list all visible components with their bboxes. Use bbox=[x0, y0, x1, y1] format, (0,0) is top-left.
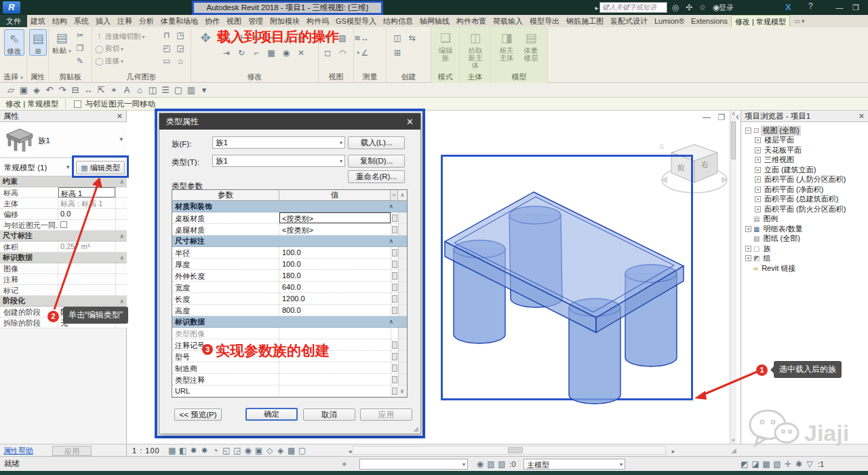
tree-item[interactable]: +▦明细表/数量 bbox=[741, 224, 868, 234]
sign-in-label[interactable]: 登录 bbox=[719, 3, 734, 13]
tree-item-label[interactable]: 面积平面 (防火分区面积) bbox=[763, 204, 847, 214]
expand-icon[interactable]: + bbox=[755, 187, 761, 193]
pick-new-host-button[interactable]: ◫ 拾取新主体 bbox=[465, 29, 486, 69]
property-value[interactable]: 0.0 bbox=[58, 209, 115, 219]
param-group-header[interactable]: 材质和装饰∧ bbox=[172, 201, 407, 212]
qat-more-icon[interactable]: ▾ bbox=[199, 85, 210, 96]
aligned-dimension-icon[interactable]: ⇱ bbox=[96, 85, 106, 96]
assoc-param-button[interactable] bbox=[392, 387, 397, 395]
displace-icon[interactable]: ◠ bbox=[337, 48, 348, 61]
ribbon-tab-19[interactable]: 钢筋施工图 bbox=[563, 15, 607, 27]
tree-item-label[interactable]: 面积平面 (净面积) bbox=[763, 185, 825, 195]
shadows-icon[interactable]: ✸ bbox=[199, 445, 210, 456]
assoc-param-button[interactable] bbox=[392, 249, 397, 256]
related-host-button[interactable]: ◨ 相关主体 bbox=[496, 29, 517, 62]
cope-icon[interactable]: ⊓ bbox=[161, 30, 172, 42]
help-search-input[interactable]: 键入关键字或短语 bbox=[599, 2, 667, 13]
tree-item-label[interactable]: 楼层平面 bbox=[763, 135, 795, 145]
mass-floors-button[interactable]: ▤ 体量楼层 bbox=[521, 29, 541, 62]
properties-help-link[interactable]: 属性帮助 bbox=[3, 446, 33, 456]
expand-icon[interactable]: + bbox=[745, 255, 751, 261]
pin-icon[interactable]: ◉ bbox=[281, 48, 292, 61]
panel-properties-label[interactable]: 属性 bbox=[27, 72, 48, 82]
tree-item-label[interactable]: 图例 bbox=[762, 214, 779, 224]
project-browser-close-icon[interactable]: ✕ bbox=[859, 112, 865, 121]
assoc-param-button[interactable] bbox=[392, 261, 397, 268]
assoc-param-button[interactable] bbox=[392, 284, 397, 291]
section-icon[interactable]: ◫ bbox=[147, 85, 158, 96]
editing-requests[interactable]: ⌖ bbox=[339, 459, 350, 470]
tree-item[interactable]: ▧图纸 (全部) bbox=[741, 234, 868, 244]
hscroll-right-icon[interactable]: ▸ bbox=[668, 446, 679, 457]
assoc-param-button[interactable] bbox=[392, 353, 397, 360]
properties-close-icon[interactable]: ✕ bbox=[117, 112, 123, 121]
ribbon-tab-8[interactable]: 协作 bbox=[201, 15, 223, 27]
assoc-param-button[interactable] bbox=[392, 341, 397, 349]
ok-button[interactable]: 确定 bbox=[245, 408, 298, 421]
apply-button[interactable]: 应用 bbox=[360, 408, 412, 421]
ribbon-tab-18[interactable]: 模型导出 bbox=[526, 15, 563, 27]
select-links-icon[interactable]: ◩ bbox=[739, 459, 750, 470]
param-value[interactable]: 1200.0 bbox=[279, 293, 391, 304]
minimize-icon[interactable]: — bbox=[834, 2, 845, 13]
save-icon[interactable]: ▣ bbox=[18, 85, 29, 96]
expand-icon[interactable]: + bbox=[755, 167, 761, 173]
panel-create-label[interactable]: 创建 bbox=[387, 72, 431, 82]
tree-item-label[interactable]: 立面 (建筑立面) bbox=[763, 165, 817, 175]
ribbon-tab-15[interactable]: 轴网轴线 bbox=[416, 15, 453, 27]
properties-section-header[interactable]: 约束∧ bbox=[0, 176, 127, 187]
param-row[interactable]: 半径100.0 bbox=[172, 247, 407, 259]
properties-section-header[interactable]: 尺寸标注∧ bbox=[0, 231, 127, 242]
ribbon-tab-20[interactable]: 装配式设计 bbox=[607, 15, 651, 27]
join-geometry-button[interactable]: ◯连接▾ bbox=[95, 56, 123, 66]
tree-item-label[interactable]: Revit 链接 bbox=[760, 263, 797, 273]
panel-select-label[interactable]: 选择 ▾ bbox=[0, 72, 26, 82]
vscroll-thumb[interactable] bbox=[731, 121, 736, 159]
param-value[interactable]: 800.0 bbox=[279, 305, 391, 316]
property-value[interactable] bbox=[58, 263, 115, 273]
corner-resize-grip[interactable]: ◢ bbox=[731, 446, 736, 454]
select-underlay-icon[interactable]: ◪ bbox=[750, 459, 761, 470]
drag-selection-icon[interactable]: ✛ bbox=[783, 459, 793, 470]
family-combo[interactable]: 族1▾ bbox=[212, 136, 345, 149]
tree-item[interactable]: +面积平面 (防火分区面积) bbox=[741, 204, 868, 214]
view-restore-icon[interactable]: ❐ bbox=[716, 112, 727, 123]
default-3d-view-icon[interactable]: ⌂ bbox=[134, 85, 145, 96]
tree-item[interactable]: +面积平面 (人防分区面积) bbox=[741, 175, 868, 185]
panel-mode-label[interactable]: 模式 bbox=[431, 72, 459, 82]
expand-icon[interactable]: + bbox=[755, 206, 761, 212]
ribbon-tab-11[interactable]: 附加模块 bbox=[267, 15, 303, 27]
expand-icon[interactable]: + bbox=[755, 176, 761, 183]
table-scrollbar-track[interactable] bbox=[398, 259, 407, 269]
ribbon-tab-0[interactable]: 文件 bbox=[0, 15, 27, 27]
param-row[interactable]: 桌腿材质<按类别> bbox=[172, 224, 407, 235]
assoc-param-button[interactable] bbox=[392, 295, 397, 303]
hide-elements-icon[interactable]: ◻ bbox=[322, 48, 333, 61]
table-scrollbar-track[interactable] bbox=[398, 351, 407, 362]
split-face-icon[interactable]: ◲ bbox=[175, 43, 186, 55]
tree-item[interactable]: −⊡视图 (全部) bbox=[741, 126, 868, 136]
tree-item-label[interactable]: 面积平面 (总建筑面积) bbox=[763, 194, 840, 204]
tag-icon[interactable]: ⌖ bbox=[108, 85, 119, 96]
tree-item-label[interactable]: 三维视图 bbox=[763, 155, 795, 165]
ribbon-tab-3[interactable]: 系统 bbox=[71, 15, 92, 27]
properties-apply-button[interactable]: 应用 bbox=[52, 446, 92, 456]
hscroll-thumb[interactable] bbox=[508, 447, 523, 453]
copy-icon[interactable]: ❐ bbox=[75, 43, 85, 55]
param-value[interactable]: <按类别> bbox=[279, 212, 391, 223]
param-value[interactable]: 180.0 bbox=[279, 270, 391, 281]
print-icon[interactable]: ⊟ bbox=[70, 85, 81, 96]
rendering-icon[interactable]: ◔ bbox=[210, 445, 221, 456]
property-value[interactable] bbox=[58, 220, 115, 230]
tree-item-label[interactable]: 明细表/数量 bbox=[762, 224, 804, 234]
array-icon[interactable]: ▦ bbox=[266, 48, 277, 61]
panel-modify-label[interactable]: 修改 bbox=[191, 72, 318, 82]
property-value[interactable] bbox=[58, 274, 115, 284]
property-value[interactable]: 标高 : 标高 1 bbox=[58, 198, 115, 208]
param-value[interactable] bbox=[279, 362, 391, 373]
tree-item-label[interactable]: 组 bbox=[762, 253, 772, 263]
param-row[interactable]: 类型注释 bbox=[172, 374, 407, 385]
reveal-constraints-icon[interactable]: ◈ bbox=[275, 445, 286, 456]
table-scrollbar-track[interactable] bbox=[398, 305, 407, 316]
param-row[interactable]: 宽度640.0 bbox=[172, 282, 407, 293]
